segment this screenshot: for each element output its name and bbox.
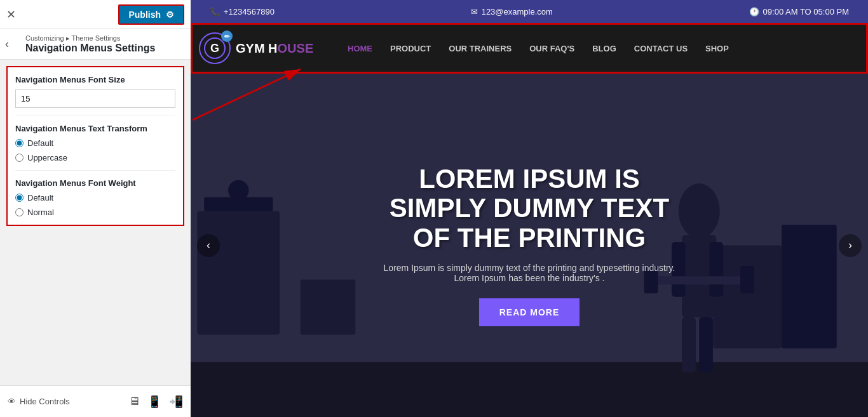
back-button[interactable]: ‹ [5,37,9,51]
text-transform-uppercase[interactable]: Uppercase [15,153,175,162]
nav-link-trainers[interactable]: OUR TRAINERS [440,26,520,71]
nav-item-shop[interactable]: Shop [696,26,738,71]
svg-text:G: G [210,42,219,55]
eye-icon: 👁 [8,397,16,406]
nav-link-shop[interactable]: Shop [696,26,738,71]
nav-item-product[interactable]: PRODUCT [381,26,440,71]
divider-2 [15,170,175,171]
phone-item: 📞 +1234567890 [210,7,275,17]
clock-icon: 🕐 [749,7,759,17]
hero-title-line1: LOREM IPSUM IS [419,164,640,194]
text-transform-label: Navigation Menus Text Transform [15,124,175,133]
divider-1 [15,116,175,116]
top-bar: ✕ Publish ⚙ [0,0,191,29]
phone-icon: 📞 [210,7,220,17]
font-weight-label: Navigation Menus Font Weight [15,178,175,188]
carousel-prev-button[interactable]: ‹ [197,234,220,257]
tablet-icon[interactable]: 📱 [147,395,161,409]
font-weight-group: Default Normal [15,193,175,217]
right-panel: 📞 +1234567890 ✉ 123@example.com 🕐 09:00 … [191,0,868,417]
hide-controls-button[interactable]: 👁 Hide Controls [8,397,70,406]
phone-number: +1234567890 [224,7,275,17]
settings-panel: Navigation Menus Font Size Navigation Me… [0,60,191,385]
nav-item-contact[interactable]: CONTACT US [625,26,696,71]
font-size-label: Navigation Menus Font Size [15,75,175,84]
site-nav: G ✏ GYM HOUSE Home PRODUCT OUR TRAINERS … [191,23,868,74]
hero-title-line3: OF THE PRINTING [413,223,646,253]
logo-icon: G ✏ [199,32,231,64]
settings-box: Navigation Menus Font Size Navigation Me… [6,66,184,226]
nav-item-home[interactable]: Home [339,26,381,71]
hero-content: LOREM IPSUM IS SIMPLY DUMMY TEXT OF THE … [370,164,688,326]
device-icons: 🖥 📱 📲 [128,395,183,409]
email-address: 123@example.com [482,7,553,17]
close-button[interactable]: ✕ [6,8,16,22]
nav-link-faq[interactable]: OUR FAQ'S [520,26,583,71]
email-item: ✉ 123@example.com [471,7,553,17]
hero-subtitle: Lorem Ipsum is simply dummy text of the … [370,263,688,283]
hours-item: 🕐 09:00 AM TO 05:00 PM [749,7,849,17]
nav-menu: Home PRODUCT OUR TRAINERS OUR FAQ'S BLOG… [339,26,860,71]
nav-item-blog[interactable]: BLOG [583,26,625,71]
nav-item-faq[interactable]: OUR FAQ'S [520,26,583,71]
hide-controls-label: Hide Controls [20,397,70,406]
text-transform-default[interactable]: Default [15,138,175,148]
nav-link-blog[interactable]: BLOG [583,26,625,71]
bottom-bar: 👁 Hide Controls 🖥 📱 📲 [0,385,191,417]
left-panel: ✕ Publish ⚙ ‹ Customizing ▸ Theme Settin… [0,0,191,417]
font-weight-default[interactable]: Default [15,193,175,202]
breadcrumb: Customizing ▸ Theme Settings [25,34,155,43]
desktop-icon[interactable]: 🖥 [128,395,140,409]
font-weight-normal[interactable]: Normal [15,208,175,217]
site-top-bar: 📞 +1234567890 ✉ 123@example.com 🕐 09:00 … [191,0,868,23]
logo-text: GYM HOUSE [236,41,313,56]
hero-title-line2: SIMPLY DUMMY TEXT [390,193,669,223]
nav-link-product[interactable]: PRODUCT [381,26,440,71]
mobile-icon[interactable]: 📲 [169,395,183,409]
business-hours: 09:00 AM TO 05:00 PM [763,7,849,17]
publish-button[interactable]: Publish ⚙ [118,4,184,25]
email-icon: ✉ [471,7,478,17]
page-title: Navigation Menus Settings [25,43,155,53]
site-logo: G ✏ GYM HOUSE [199,32,326,64]
hero-section: LOREM IPSUM IS SIMPLY DUMMY TEXT OF THE … [191,74,868,417]
publish-label: Publish [128,10,161,20]
font-size-input[interactable] [15,89,175,108]
gear-icon: ⚙ [166,10,174,20]
nav-link-home[interactable]: Home [339,26,381,71]
carousel-next-button[interactable]: › [839,234,862,257]
text-transform-group: Default Uppercase [15,138,175,162]
logo-edit-badge[interactable]: ✏ [221,30,233,42]
nav-link-contact[interactable]: CONTACT US [625,26,696,71]
hero-title: LOREM IPSUM IS SIMPLY DUMMY TEXT OF THE … [370,164,688,253]
nav-item-trainers[interactable]: OUR TRAINERS [440,26,520,71]
read-more-button[interactable]: READ MORE [479,298,580,326]
breadcrumb-area: ‹ Customizing ▸ Theme Settings Navigatio… [0,29,191,60]
